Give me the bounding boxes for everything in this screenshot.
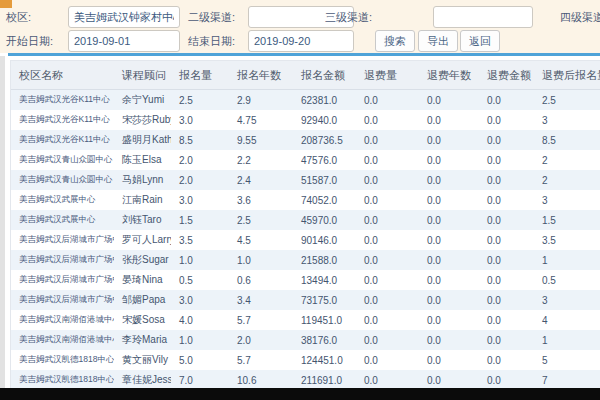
column-header: 报名量	[171, 61, 229, 90]
table-cell: 0.0	[419, 270, 479, 290]
table-cell: 0.0	[419, 330, 479, 350]
table-cell: 0.0	[479, 150, 534, 170]
report-table-container: 校区名称课程顾问报名量报名年数报名金额退费量退费年数退费金额退费后报名量 美吉姆…	[10, 60, 600, 388]
table-cell: 4.0	[171, 310, 229, 330]
table-cell: 0.0	[419, 310, 479, 330]
column-header: 退费量	[356, 61, 419, 90]
table-cell: 美吉姆武汉后湖城市广场中心	[11, 290, 114, 310]
table-cell: 3.6	[229, 190, 293, 210]
table-row[interactable]: 美吉姆武汉后湖城市广场中心邹媚Papa3.03.473175.00.00.00.…	[11, 290, 600, 310]
table-row[interactable]: 美吉姆武汉光谷K11中心盛明月Kathy8.59.55208736.50.00.…	[11, 130, 600, 150]
table-cell: 9.55	[229, 130, 293, 150]
table-cell: 62381.0	[293, 90, 356, 111]
table-cell: 张彤Sugar	[114, 250, 171, 270]
table-cell: 美吉姆武汉光谷K11中心	[11, 110, 114, 130]
channel2-label: 二级渠道:	[188, 6, 235, 28]
table-row[interactable]: 美吉姆武汉后湖城市广场中心罗可人Larry3.54.590146.00.00.0…	[11, 230, 600, 250]
table-cell: 2	[534, 170, 600, 190]
table-row[interactable]: 美吉姆武汉青山众圆中心马娟Lynn2.02.451587.00.00.00.02	[11, 170, 600, 190]
table-cell: 0.0	[356, 310, 419, 330]
table-cell: 3.0	[171, 190, 229, 210]
table-cell: 美吉姆武汉武展中心	[11, 210, 114, 230]
table-cell: 90146.0	[293, 230, 356, 250]
search-button[interactable]: 搜索	[375, 30, 415, 52]
table-cell: 1.5	[171, 210, 229, 230]
table-cell: 0.0	[419, 290, 479, 310]
table-cell: 5.7	[229, 350, 293, 370]
table-cell: 4.5	[229, 230, 293, 250]
table-row[interactable]: 美吉姆武汉武展中心刘钰Taro1.52.545970.00.00.00.01.5	[11, 210, 600, 230]
table-cell: 0.0	[356, 350, 419, 370]
table-cell: 3.5	[534, 230, 600, 250]
channel3-input[interactable]	[433, 6, 533, 28]
table-cell: 0.5	[534, 270, 600, 290]
table-cell: 0.0	[479, 350, 534, 370]
table-row[interactable]: 美吉姆武汉光谷K11中心宋莎莎Ruby3.04.7592940.00.00.00…	[11, 110, 600, 130]
campus-input[interactable]	[68, 6, 180, 28]
filter-bar: 校区: 二级渠道: 三级渠道: 四级渠道: 开始日期: 结束日期: 搜索 导出 …	[0, 0, 600, 53]
table-cell: 13494.0	[293, 270, 356, 290]
table-cell: 章佳妮Jessica	[114, 370, 171, 388]
end-date-label: 结束日期:	[188, 30, 235, 52]
table-cell: 0.0	[419, 250, 479, 270]
table-cell: 0.0	[479, 190, 534, 210]
table-body: 美吉姆武汉光谷K11中心余宁Yumi2.52.962381.00.00.00.0…	[11, 90, 600, 389]
table-cell: 2.5	[229, 210, 293, 230]
table-row[interactable]: 美吉姆武汉青山众圆中心陈玉Elsa2.02.247576.00.00.00.02	[11, 150, 600, 170]
table-cell: 5.0	[171, 350, 229, 370]
table-cell: 李玲Maria	[114, 330, 171, 350]
table-cell: 0.0	[419, 210, 479, 230]
table-cell: 0.0	[419, 150, 479, 170]
table-cell: 美吉姆武汉光谷K11中心	[11, 130, 114, 150]
table-cell: 刘钰Taro	[114, 210, 171, 230]
table-cell: 美吉姆武汉后湖城市广场中心	[11, 250, 114, 270]
table-cell: 0.0	[479, 290, 534, 310]
table-row[interactable]: 美吉姆武汉南湖佰港城中心宋媛Sosa4.05.7119451.00.00.00.…	[11, 310, 600, 330]
table-cell: 美吉姆武汉青山众圆中心	[11, 170, 114, 190]
table-cell: 3.4	[229, 290, 293, 310]
table-row[interactable]: 美吉姆武汉后湖城市广场中心张彤Sugar1.01.021588.00.00.00…	[11, 250, 600, 270]
table-cell: 0.0	[356, 290, 419, 310]
table-cell: 1.5	[534, 210, 600, 230]
table-cell: 74052.0	[293, 190, 356, 210]
back-button[interactable]: 返回	[460, 30, 500, 52]
table-cell: 73175.0	[293, 290, 356, 310]
column-header: 退费金额	[479, 61, 534, 90]
table-cell: 美吉姆武汉凯德1818中心	[11, 370, 114, 388]
table-cell: 晏琦Nina	[114, 270, 171, 290]
table-cell: 1	[534, 250, 600, 270]
table-cell: 陈玉Elsa	[114, 150, 171, 170]
table-cell: 美吉姆武汉南湖佰港城中心	[11, 330, 114, 350]
table-row[interactable]: 美吉姆武汉武展中心江南Rain3.03.674052.00.00.00.03	[11, 190, 600, 210]
table-cell: 208736.5	[293, 130, 356, 150]
table-cell: 0.0	[419, 170, 479, 190]
column-header: 退费年数	[419, 61, 479, 90]
table-cell: 0.0	[356, 170, 419, 190]
table-row[interactable]: 美吉姆武汉凯德1818中心章佳妮Jessica7.010.6211691.00.…	[11, 370, 600, 388]
start-date-input[interactable]	[68, 30, 180, 52]
table-cell: 3	[534, 290, 600, 310]
column-header: 校区名称	[11, 61, 114, 90]
table-cell: 10.6	[229, 370, 293, 388]
table-cell: 0.0	[356, 110, 419, 130]
table-row[interactable]: 美吉姆武汉南湖佰港城中心李玲Maria1.02.038176.00.00.00.…	[11, 330, 600, 350]
end-date-input[interactable]	[248, 30, 354, 52]
table-cell: 0.0	[356, 90, 419, 111]
column-header: 课程顾问	[114, 61, 171, 90]
table-cell: 2.0	[171, 170, 229, 190]
column-header: 报名年数	[229, 61, 293, 90]
table-cell: 0.6	[229, 270, 293, 290]
table-cell: 美吉姆武汉南湖佰港城中心	[11, 310, 114, 330]
table-cell: 0.0	[419, 90, 479, 111]
table-row[interactable]: 美吉姆武汉凯德1818中心黄文丽Vily5.05.7124451.00.00.0…	[11, 350, 600, 370]
column-header: 退费后报名量	[534, 61, 600, 90]
table-cell: 7	[534, 370, 600, 388]
table-cell: 0.0	[356, 370, 419, 388]
export-button[interactable]: 导出	[418, 30, 458, 52]
table-cell: 3.0	[171, 110, 229, 130]
table-cell: 1	[534, 330, 600, 350]
table-row[interactable]: 美吉姆武汉后湖城市广场中心晏琦Nina0.50.613494.00.00.00.…	[11, 270, 600, 290]
table-cell: 5	[534, 350, 600, 370]
table-row[interactable]: 美吉姆武汉光谷K11中心余宁Yumi2.52.962381.00.00.00.0…	[11, 90, 600, 111]
table-cell: 5.7	[229, 310, 293, 330]
